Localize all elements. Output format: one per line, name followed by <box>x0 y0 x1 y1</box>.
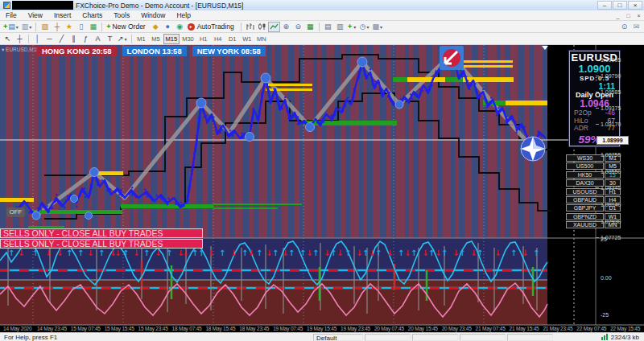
time-label: 21 May 23:45 <box>543 326 572 331</box>
timeframe-h4[interactable]: H4 <box>211 34 225 44</box>
candlestick-icon <box>258 23 266 31</box>
timeframe-m5[interactable]: M5 <box>149 34 163 44</box>
chevron-down-icon: ▾ <box>367 24 369 30</box>
market-watch-icon: ▧ <box>42 23 49 31</box>
data-window-button[interactable]: ┼ <box>51 22 63 32</box>
alert-banner-2: SELLS ONLY - CLOSE ALL BUY TRADES <box>0 239 203 249</box>
timeframe-w1[interactable]: W1 <box>240 34 254 44</box>
svg-text:↑: ↑ <box>256 249 262 257</box>
close-button[interactable]: × <box>628 1 642 10</box>
mdi-close-button[interactable]: × <box>634 13 644 18</box>
periods-button[interactable]: ◷▾ <box>358 22 371 32</box>
terminal-button[interactable]: ▯ <box>75 22 87 32</box>
zoom-in-button[interactable]: ⊕ <box>280 22 292 32</box>
mdi-restore-button[interactable]: □ <box>623 13 634 18</box>
minimize-button[interactable]: – <box>597 1 612 10</box>
mql5-button[interactable]: ◉ <box>174 22 186 32</box>
menu-view[interactable]: View <box>23 11 48 19</box>
svg-text:↓: ↓ <box>87 249 93 257</box>
candlestick-button[interactable] <box>256 22 268 32</box>
bar-chart-button[interactable] <box>244 22 256 32</box>
svg-text:↓: ↓ <box>248 249 254 257</box>
timeframe-m30[interactable]: M30 <box>180 34 196 44</box>
menu-tools[interactable]: Tools <box>108 11 135 19</box>
new-order-icon: + <box>106 23 110 31</box>
svg-text:↑: ↑ <box>32 249 39 257</box>
text-button[interactable]: A <box>92 34 104 44</box>
tile-windows-icon: ▦ <box>307 23 314 31</box>
menu-file[interactable]: File <box>0 11 23 19</box>
plus-icon: + <box>3 23 7 31</box>
svg-text:↓: ↓ <box>208 249 214 257</box>
menu-window[interactable]: Window <box>135 11 171 19</box>
price-scale[interactable]: 1.08999 1.099951.097901.095851.093751.09… <box>596 45 644 325</box>
metaeditor-button[interactable]: ◆ <box>150 22 162 32</box>
svg-text:↑: ↑ <box>166 249 172 257</box>
strategy-tester-button[interactable]: ▦ <box>87 22 99 32</box>
menu-bar: File View Insert Charts Tools Window Hel… <box>0 10 644 21</box>
timeframe-h1[interactable]: H1 <box>196 34 211 44</box>
chart-canvas[interactable]: ↑↓↑↓↓↑↑↓↑↓↓↑↓↑↓↑↓↓↑↑↓↑↓↑↓↑↓↑↓↑↑↓↑↓↑↓↑↓↑↓… <box>0 45 644 332</box>
price-label: 1.09995 <box>601 57 621 63</box>
timeframe-m1[interactable]: M1 <box>134 34 149 44</box>
time-label: 14 May 23:45 <box>37 326 67 331</box>
off-button[interactable]: OFF <box>6 207 25 217</box>
text-label-button[interactable]: T <box>104 34 116 44</box>
chart-end-button[interactable]: ▥ <box>334 22 346 32</box>
price-label: 1.08140 <box>601 202 621 207</box>
timeframe-m15[interactable]: M15 <box>163 34 180 44</box>
timeframe-mn[interactable]: MN <box>254 34 269 44</box>
chart-forward-button[interactable]: ▤ <box>322 22 334 32</box>
chart-region: ↑↓↑↓↓↑↑↓↑↓↓↑↓↑↓↑↓↓↑↑↓↑↓↑↓↑↓↑↓↑↑↓↑↓↑↓↑↓↑↓… <box>0 45 644 332</box>
indicators-button[interactable]: +▾ <box>346 22 358 32</box>
search-button[interactable]: ⊙ <box>618 22 630 32</box>
line-chart-button[interactable] <box>268 22 280 32</box>
arrows-button[interactable]: ↗▾ <box>116 34 129 44</box>
navigator-button[interactable]: ★ <box>63 22 75 32</box>
templates-button[interactable]: ▩▾ <box>371 22 385 32</box>
svg-text:↑: ↑ <box>198 249 204 257</box>
chart-icon: ▤ <box>8 23 15 31</box>
new-chart-button[interactable]: +▤▾ <box>2 22 20 32</box>
vertical-line-button[interactable]: │ <box>31 34 43 44</box>
restore-button[interactable]: □ <box>613 1 627 10</box>
template-icon: ▩ <box>373 23 380 31</box>
channel-icon: ∥ <box>72 35 76 43</box>
chat-icon: ✉ <box>634 23 640 31</box>
svg-text:↑: ↑ <box>77 249 84 257</box>
autotrading-button[interactable]: ▸AutoTrading <box>186 22 238 32</box>
time-label: 20 May 15:45 <box>408 326 438 331</box>
time-label: 22 May 07:45 <box>576 326 606 331</box>
line-chart-icon <box>270 23 279 31</box>
svg-text:↓: ↓ <box>155 249 161 257</box>
terminal-icon: ▯ <box>79 23 83 31</box>
drawing-toolbar: ↖ ┼ │ ─ ╱ ∥ ƒ A T ↗▾ M1M5M15M30H1H4D1W1M… <box>0 33 644 45</box>
cursor-icon: ↖ <box>5 35 11 43</box>
menu-charts[interactable]: Charts <box>76 11 108 19</box>
new-order-button[interactable]: +New Order <box>105 22 149 32</box>
crosshair-button[interactable]: ┼ <box>14 34 26 44</box>
community-button[interactable]: ● <box>162 22 174 32</box>
mdi-minimize-button[interactable]: _ <box>613 13 623 18</box>
menu-help[interactable]: Help <box>171 11 196 19</box>
status-cell-2 <box>412 334 458 341</box>
time-axis[interactable]: 14 May 202014 May 23:4515 May 07:4515 Ma… <box>0 325 644 332</box>
status-data-counter: 2324/3 kb <box>599 334 642 341</box>
cursor-button[interactable]: ↖ <box>2 34 14 44</box>
horizontal-line-button[interactable]: ─ <box>43 34 56 44</box>
trendline-button[interactable]: ╱ <box>56 34 68 44</box>
fibonacci-button[interactable]: ƒ <box>80 34 92 44</box>
zoom-out-button[interactable]: ⊖ <box>292 22 304 32</box>
status-profile[interactable]: Default <box>313 334 363 341</box>
chart-symbol-label[interactable]: ▾ EURUSD,M15 <box>2 47 39 53</box>
profiles-button[interactable]: ▥▾ <box>20 22 34 32</box>
time-label: 22 May 15:45 <box>610 326 640 331</box>
menu-insert[interactable]: Insert <box>48 11 76 19</box>
timeframe-d1[interactable]: D1 <box>225 34 240 44</box>
market-watch-button[interactable]: ▧ <box>39 22 51 32</box>
channel-button[interactable]: ∥ <box>68 34 80 44</box>
status-cell-4 <box>507 334 553 341</box>
tile-windows-button[interactable]: ▦ <box>304 22 316 32</box>
price-label: 1.09790 <box>601 73 621 79</box>
chat-button[interactable]: ✉ <box>630 22 642 32</box>
